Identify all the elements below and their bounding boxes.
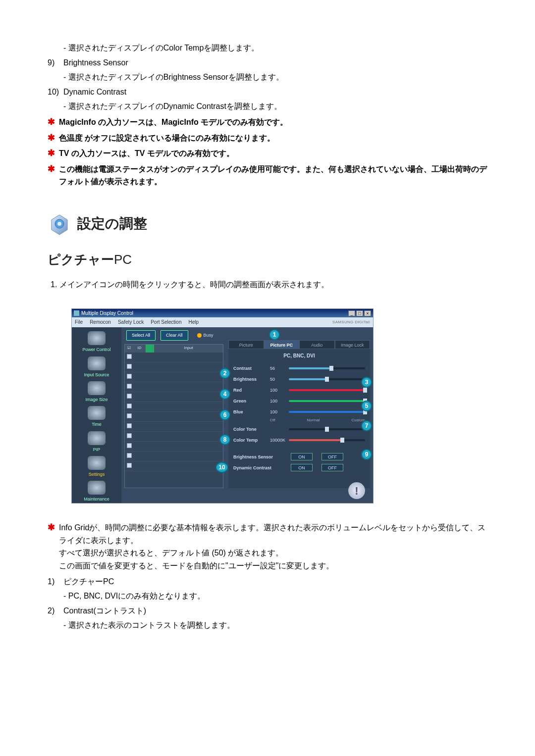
dynamic-contrast-off-button[interactable]: OFF [321,464,343,471]
green-slider[interactable] [289,400,365,402]
checkbox-icon[interactable] [127,394,132,399]
item-title: Dynamic Contrast [63,86,487,99]
checkbox-icon[interactable] [127,443,132,448]
callout-1: 1 [269,329,280,340]
list-item[interactable] [125,392,223,402]
clear-all-button[interactable]: Clear All [160,330,188,340]
section-title: 設定の調整 [77,213,147,235]
tab-picture[interactable]: Picture [228,340,264,349]
callout-4: 4 [219,389,230,400]
sidebar-item-pip[interactable]: PIP [76,431,117,453]
sidebar-item-input-source[interactable]: Input Source [76,356,117,378]
sidebar: Power Control Input Source Image Size Ti… [72,327,121,503]
display-list: ☑ ID Input [124,344,223,488]
color-tone-row: Color Tone [233,424,365,435]
menu-remocon[interactable]: Remocon [90,318,111,326]
tab-picture-pc[interactable]: Picture PC [264,340,300,349]
close-button[interactable]: × [364,310,371,316]
sidebar-item-maintenance[interactable]: Maintenance [76,481,117,503]
brightness-sensor-on-button[interactable]: ON [291,453,313,460]
checkbox-icon[interactable] [127,433,132,438]
checkbox-icon[interactable] [127,423,132,428]
blue-slider[interactable] [289,411,365,413]
item-desc: - 選択された表示のコントラストを調整します。 [63,619,487,632]
checkbox-icon[interactable] [127,463,132,468]
menu-file[interactable]: File [75,318,83,326]
contrast-slider[interactable] [289,367,365,369]
tab-image-lock[interactable]: Image Lock [335,340,371,349]
red-row: Red 100 [233,385,365,396]
checkbox-icon[interactable] [127,453,132,458]
list-item[interactable] [125,402,223,412]
brightness-slider[interactable] [289,378,365,380]
star-icon: ✱ [48,521,55,534]
brightness-row: Brightness 50 [233,374,365,385]
col-id: ID [134,345,146,353]
svg-point-2 [57,222,61,226]
sidebar-item-time[interactable]: Time [76,406,117,428]
checkbox-icon[interactable] [127,403,132,408]
item-number: 1) [48,575,63,588]
sidebar-item-settings[interactable]: Settings [76,456,117,478]
maximize-button[interactable]: □ [356,310,363,316]
item-number: 2) [48,605,63,617]
window-titlebar: Multiple Display Control _ □ × [72,309,373,317]
list-item[interactable] [125,452,223,461]
checkbox-icon[interactable] [127,364,132,369]
item-desc: - 選択されたディスプレイのBrightness Sensorを調整します。 [63,71,487,84]
pip-icon [88,431,106,445]
info-icon[interactable]: ! [348,482,365,499]
checkbox-icon[interactable] [127,374,132,379]
busy-dot-icon [197,333,202,338]
list-item[interactable] [125,432,223,442]
item-number: 10) [48,86,63,99]
source-label: PC, BNC, DVI [233,352,365,360]
color-temp-slider[interactable] [289,439,365,441]
callout-6: 6 [219,409,230,420]
brand-label: SAMSUNG DIGITall [332,319,370,326]
item-title: Brightness Sensor [63,56,487,69]
callout-10: 10 [215,462,228,473]
brightness-sensor-off-button[interactable]: OFF [321,453,343,460]
minimize-button[interactable]: _ [348,310,355,316]
power-icon [88,331,106,345]
color-tone-labels: Off Normal Custom [233,417,365,424]
note-text: MagicInfo の入力ソースは、MagicInfo モデルでのみ有効です。 [59,116,487,129]
item-desc: - PC, BNC, DVIにのみ有効となります。 [63,590,487,603]
star-icon: ✱ [48,116,55,128]
red-slider[interactable] [289,389,365,391]
checkbox-icon[interactable] [127,413,132,418]
settings-icon [88,456,106,470]
settings-cube-icon [48,212,71,236]
color-tone-slider[interactable] [289,428,365,430]
green-row: Green 100 [233,396,365,406]
list-item[interactable] [125,382,223,392]
sidebar-item-image-size[interactable]: Image Size [76,381,117,403]
list-item[interactable] [125,372,223,382]
list-item[interactable] [125,461,223,471]
settings-panel: Picture Picture PC Audio Image Lock PC, … [228,340,370,488]
list-item[interactable] [125,412,223,422]
sidebar-item-power-control[interactable]: Power Control [76,331,117,353]
step-text: 1. メインアイコンの時間をクリックすると、時間の調整画面が表示されます。 [51,278,487,291]
checkbox-icon[interactable] [127,354,132,359]
menu-safety-lock[interactable]: Safety Lock [118,318,144,326]
item-desc: - 選択されたディスプレイのColor Tempを調整します。 [63,42,487,54]
list-item[interactable] [125,362,223,372]
tab-audio[interactable]: Audio [299,340,335,349]
select-all-button[interactable]: Select All [126,330,156,340]
star-icon: ✱ [48,132,55,144]
list-item[interactable] [125,442,223,452]
item-title: Contrast(コントラスト) [63,605,487,617]
callout-9: 9 [361,449,372,460]
note-text: 色温度 がオフに設定されている場合にのみ有効になります。 [59,132,487,145]
checkbox-icon[interactable] [127,384,132,389]
dynamic-contrast-on-button[interactable]: ON [291,464,313,471]
callout-8: 8 [219,434,230,445]
menu-help[interactable]: Help [188,318,199,326]
col-check: ☑ [125,345,134,353]
list-item[interactable] [125,353,223,362]
list-item[interactable] [125,422,223,432]
star-icon: ✱ [48,147,55,159]
menu-port-selection[interactable]: Port Selection [151,318,181,326]
